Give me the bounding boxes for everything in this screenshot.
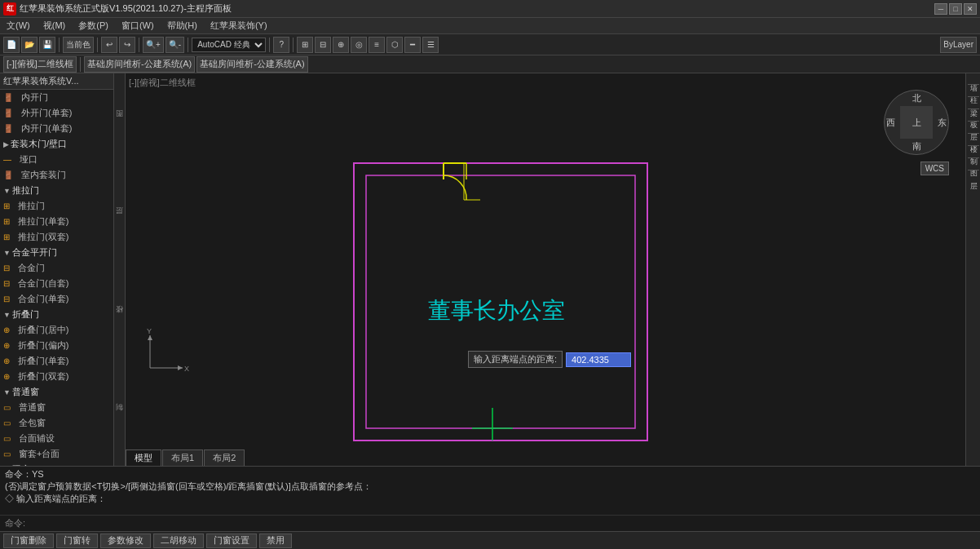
svg-text:Y: Y bbox=[147, 327, 152, 335]
btn-rotate-win[interactable]: 门窗转 bbox=[56, 534, 98, 548]
rt-btn-col[interactable]: 柱 bbox=[967, 87, 980, 94]
rt-btn-layer[interactable]: 层 bbox=[967, 173, 980, 179]
rt-btn-wall[interactable]: 墙 bbox=[967, 75, 980, 82]
fold-icon3: ⊕ bbox=[3, 356, 10, 365]
door-icon5: 🚪 bbox=[3, 170, 13, 179]
tb-undo[interactable]: ↩ bbox=[101, 37, 117, 53]
sidebar-group-suite-door[interactable]: ▶ 套装木门/壁口 bbox=[0, 136, 113, 152]
tb-style-label: 当前色 bbox=[63, 37, 94, 53]
menu-params[interactable]: 参数(P) bbox=[72, 18, 115, 33]
sep2 bbox=[97, 38, 98, 52]
sidebar-item-sliding-door[interactable]: ⊞ 推拉门 bbox=[0, 198, 113, 214]
sidebar-item-alloy-self[interactable]: ⊟ 合金门(自套) bbox=[0, 276, 113, 291]
menu-help[interactable]: 帮助(H) bbox=[161, 18, 204, 33]
tb-otrack[interactable]: ≡ bbox=[369, 37, 385, 53]
tb-osnap[interactable]: ◎ bbox=[351, 37, 367, 53]
close-button[interactable]: ✕ bbox=[964, 3, 977, 15]
btn-win-settings[interactable]: 门窗设置 bbox=[206, 534, 257, 548]
tb-help[interactable]: ? bbox=[273, 37, 289, 53]
minimize-button[interactable]: ─ bbox=[934, 3, 947, 15]
dist-value[interactable]: 402.4335 bbox=[566, 352, 631, 367]
sidebar-item-inner-door-single[interactable]: 🚪 内开门(单套) bbox=[0, 121, 113, 136]
win-icon2: ▭ bbox=[3, 418, 11, 427]
svg-text:X: X bbox=[184, 365, 189, 373]
alloy-icon1: ⊟ bbox=[3, 263, 10, 272]
sidebar-item-full-wrap[interactable]: ▭ 全包窗 bbox=[0, 415, 113, 431]
bottom-panel: 命令：YS (否)调定窗户预算数据<T切换>/[两侧边插窗(回车或空格)/距离插… bbox=[0, 466, 980, 531]
slide-icon3: ⊞ bbox=[3, 232, 10, 241]
tb-zoom-in[interactable]: 🔍+ bbox=[143, 37, 164, 53]
style-select[interactable]: AutoCAD 经典 bbox=[192, 38, 266, 52]
win-icon3: ▭ bbox=[3, 434, 11, 443]
tb-ortho[interactable]: ⊟ bbox=[315, 37, 331, 53]
tb-dynin[interactable]: ⬡ bbox=[386, 37, 403, 53]
rt-btn-bldg[interactable]: 楼 bbox=[967, 136, 980, 143]
sidebar-item-outer-door-single[interactable]: 🚪 外开门(单套) bbox=[0, 105, 113, 121]
sidebar-item-normal-win[interactable]: ▭ 普通窗 bbox=[0, 400, 113, 415]
btn-disable[interactable]: 禁用 bbox=[259, 534, 292, 548]
svg-marker-14 bbox=[148, 335, 152, 340]
menu-group: 文(W) 视(M) 参数(P) 窗口(W) 帮助(H) 红苹果装饰(Y) bbox=[0, 18, 274, 33]
rt-sep6 bbox=[968, 145, 979, 146]
tb-zoom-out[interactable]: 🔍- bbox=[166, 37, 184, 53]
sidebar-group-alloy-flat[interactable]: ▼ 合金平开门 bbox=[0, 245, 113, 260]
rt-sep1 bbox=[968, 84, 979, 85]
rt-btn-beam[interactable]: 梁 bbox=[967, 100, 980, 106]
t2sep1 bbox=[80, 57, 81, 72]
sidebar-item-sliding-single[interactable]: ⊞ 推拉门(单套) bbox=[0, 214, 113, 229]
btn-delete-win[interactable]: 门窗删除 bbox=[3, 534, 54, 548]
sidebar-item-alloy-single[interactable]: ⊟ 合金门(单套) bbox=[0, 291, 113, 307]
tb-redo[interactable]: ↪ bbox=[119, 37, 135, 53]
tab-model[interactable]: 模型 bbox=[126, 449, 161, 466]
btn-erhu-move[interactable]: 二胡移动 bbox=[153, 534, 204, 548]
rt-btn-make[interactable]: 制 bbox=[967, 148, 980, 155]
menu-view[interactable]: 视(M) bbox=[37, 18, 73, 33]
sep6 bbox=[293, 38, 294, 52]
tb-snap[interactable]: ⊞ bbox=[297, 37, 313, 53]
sidebar-group-bay-window[interactable]: ▼ 飘窗 bbox=[0, 462, 113, 466]
tb-open[interactable]: 📂 bbox=[21, 37, 38, 53]
rt-btn-slab[interactable]: 板 bbox=[967, 112, 980, 118]
door-icon: 🚪 bbox=[3, 93, 13, 102]
sidebar-group-normal-window[interactable]: ▼ 普通窗 bbox=[0, 384, 113, 400]
sidebar-item-inner-door[interactable]: 🚪 内开门 bbox=[0, 90, 113, 105]
rt-btn-draw[interactable]: 图 bbox=[967, 161, 980, 167]
sidebar-group-sliding[interactable]: ▼ 推拉门 bbox=[0, 183, 113, 198]
toolbar2-base[interactable]: 基础房间维析-公建系统(A) bbox=[84, 56, 195, 73]
sidebar-item-win-counter[interactable]: ▭ 窗套+台面 bbox=[0, 446, 113, 462]
compass-center: 上 bbox=[900, 106, 933, 139]
win-icon1: ▭ bbox=[3, 403, 11, 412]
svg-marker-13 bbox=[178, 365, 183, 370]
canvas-tabs: 模型 布局1 布局2 bbox=[126, 449, 245, 466]
tb-polar[interactable]: ⊕ bbox=[333, 37, 349, 53]
menu-window[interactable]: 窗口(W) bbox=[115, 18, 161, 33]
tab-layout2[interactable]: 布局2 bbox=[204, 449, 245, 466]
tab-layout1[interactable]: 布局1 bbox=[162, 449, 203, 466]
sidebar-item-ya-kou[interactable]: — 垭口 bbox=[0, 152, 113, 167]
sidebar-item-fold-double[interactable]: ⊕ 折叠门(双套) bbox=[0, 369, 113, 384]
toolbar2-base2[interactable]: 基础房间维析-公建系统(A) bbox=[196, 56, 307, 73]
sidebar-item-indoor-suite[interactable]: 🚪 室内套装门 bbox=[0, 167, 113, 183]
tb-qp[interactable]: ☰ bbox=[422, 37, 439, 53]
tb-save[interactable]: 💾 bbox=[39, 37, 55, 53]
sidebar-item-fold-inner[interactable]: ⊕ 折叠门(偏内) bbox=[0, 338, 113, 353]
sidebar-item-fold-single[interactable]: ⊕ 折叠门(单套) bbox=[0, 353, 113, 369]
tb-bylayer[interactable]: ByLayer bbox=[940, 37, 977, 53]
main-area: 红苹果装饰系统V... 🚪 内开门 🚪 外开门(单套) 🚪 内开门(单套) ▶ … bbox=[0, 73, 980, 466]
menu-hongpingguo[interactable]: 红苹果装饰(Y) bbox=[204, 18, 274, 33]
command-input[interactable] bbox=[29, 519, 975, 529]
sidebar-item-fold-center[interactable]: ⊕ 折叠门(居中) bbox=[0, 322, 113, 338]
menu-file[interactable]: 文(W) bbox=[0, 18, 37, 33]
menu-bar: 文(W) 视(M) 参数(P) 窗口(W) 帮助(H) 红苹果装饰(Y) bbox=[0, 18, 980, 34]
tb-new[interactable]: 📄 bbox=[3, 37, 20, 53]
sidebar-group-folding[interactable]: ▼ 折叠门 bbox=[0, 307, 113, 322]
tb-lw[interactable]: ━ bbox=[404, 37, 421, 53]
btn-param-modify[interactable]: 参数修改 bbox=[100, 534, 151, 548]
sidebar-item-countertop[interactable]: ▭ 台面辅设 bbox=[0, 431, 113, 446]
compass-north: 北 bbox=[912, 92, 921, 104]
fold-icon4: ⊕ bbox=[3, 372, 10, 381]
sidebar-item-sliding-double[interactable]: ⊞ 推拉门(双套) bbox=[0, 229, 113, 245]
sidebar-item-alloy-door[interactable]: ⊟ 合金门 bbox=[0, 260, 113, 276]
maximize-button[interactable]: □ bbox=[949, 3, 962, 15]
rt-btn-floor[interactable]: 层 bbox=[967, 124, 980, 131]
